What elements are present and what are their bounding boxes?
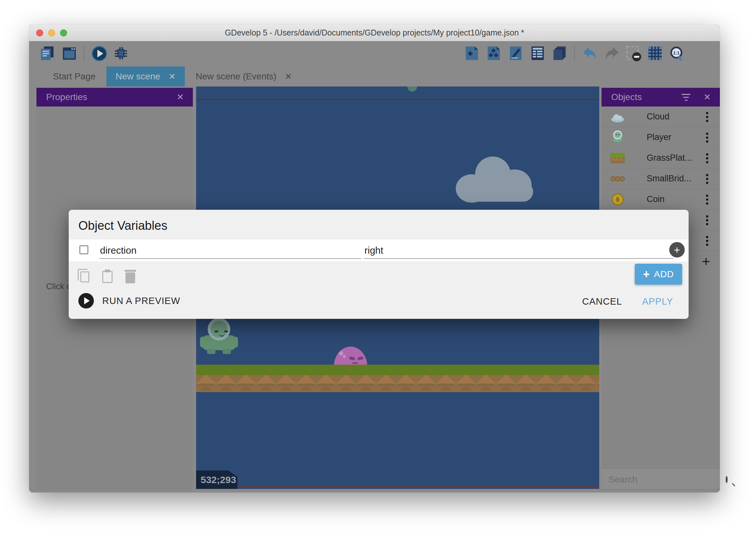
traffic-lights xyxy=(36,29,67,36)
run-preview-label: RUN A PREVIEW xyxy=(102,296,180,306)
zoom-window-button[interactable] xyxy=(60,29,67,36)
add-variable-button[interactable]: + ADD xyxy=(635,264,682,285)
tab-new-scene-events[interactable]: New scene (Events) ✕ xyxy=(185,66,303,87)
run-preview-button[interactable]: RUN A PREVIEW xyxy=(78,293,180,309)
add-child-variable-button[interactable]: + xyxy=(669,242,685,258)
object-groups-icon[interactable] xyxy=(486,46,501,61)
tab-label: Start Page xyxy=(53,71,95,82)
grass-platform-sprite[interactable] xyxy=(196,365,599,392)
object-row-coin[interactable]: Coin xyxy=(601,189,720,210)
player-smile xyxy=(219,334,224,337)
player-eye xyxy=(214,330,218,332)
plus-icon: + xyxy=(643,268,650,280)
toolbar-left-group xyxy=(40,46,128,61)
play-icon xyxy=(78,293,94,309)
grid-icon[interactable] xyxy=(648,46,662,61)
project-manager-icon[interactable] xyxy=(40,46,55,61)
search-icon xyxy=(726,476,728,483)
dialog-toolbar xyxy=(69,262,689,292)
toolbar-divider xyxy=(84,46,85,61)
kebab-menu-icon[interactable] xyxy=(706,236,708,238)
toolbar-divider xyxy=(574,46,575,61)
enemy-highlight xyxy=(339,351,343,355)
variable-checkbox[interactable] xyxy=(79,245,88,254)
object-label: GrassPlat... xyxy=(647,153,692,163)
objects-editor-icon[interactable] xyxy=(465,46,479,61)
paste-icon[interactable] xyxy=(102,271,113,283)
svg-text:1:1: 1:1 xyxy=(673,50,680,56)
objects-panel-title: Objects xyxy=(611,92,642,102)
scene-properties-icon[interactable] xyxy=(508,46,523,61)
debug-icon[interactable] xyxy=(114,46,128,61)
player-helmet xyxy=(208,318,230,341)
grass-platform-object-icon xyxy=(610,150,625,166)
cancel-button[interactable]: CANCEL xyxy=(582,296,622,307)
cursor-coordinates-badge: 532;293 xyxy=(196,471,237,489)
dialog-actions: CANCEL APPLY xyxy=(582,296,673,307)
kebab-menu-icon[interactable] xyxy=(706,195,708,197)
toolbar-right-group: 1:1 xyxy=(465,46,684,61)
properties-panel-header: Properties ✕ xyxy=(36,88,193,106)
objects-search-input[interactable] xyxy=(608,474,726,485)
object-label: Player xyxy=(647,132,671,142)
small-bridge-object-icon xyxy=(610,171,625,186)
apply-button[interactable]: APPLY xyxy=(642,296,673,307)
copy-icon[interactable] xyxy=(80,271,89,282)
player-eye xyxy=(224,330,228,332)
objects-panel-header: Objects ✕ xyxy=(601,88,720,106)
kebab-menu-icon[interactable] xyxy=(706,112,708,114)
kebab-menu-icon[interactable] xyxy=(706,174,708,176)
scene-object-partial xyxy=(407,87,417,92)
tab-new-scene[interactable]: New scene ✕ xyxy=(106,66,184,87)
object-row-smallbridge[interactable]: SmallBrid... xyxy=(601,168,720,189)
filter-icon[interactable] xyxy=(682,94,691,101)
objects-search-bar xyxy=(601,470,720,489)
dialog-title: Object Variables xyxy=(78,219,168,233)
screen: GDevelop 5 - /Users/david/Documents/GDev… xyxy=(0,0,756,537)
minimize-window-button[interactable] xyxy=(48,29,55,36)
tab-close-icon[interactable]: ✕ xyxy=(285,72,292,82)
add-object-button[interactable]: + xyxy=(702,255,710,268)
tab-label: New scene xyxy=(115,71,160,82)
kebab-menu-icon[interactable] xyxy=(706,153,708,155)
tab-close-icon[interactable]: ✕ xyxy=(169,72,176,82)
toolbar: 1:1 xyxy=(29,41,720,66)
kebab-menu-icon[interactable] xyxy=(706,215,708,218)
tab-start-page[interactable]: Start Page xyxy=(42,66,106,87)
scene-top-border xyxy=(196,99,599,100)
kebab-menu-icon[interactable] xyxy=(706,133,708,135)
delete-icon[interactable] xyxy=(126,272,135,283)
cloud-object-icon xyxy=(610,109,625,125)
open-window-icon[interactable] xyxy=(62,46,77,61)
variable-name-input[interactable] xyxy=(99,243,361,259)
zoom-1-1-icon[interactable]: 1:1 xyxy=(669,46,684,61)
coin-object-icon xyxy=(610,192,625,207)
object-label: SmallBrid... xyxy=(647,174,691,184)
instances-list-icon[interactable] xyxy=(530,46,545,61)
object-row-player[interactable]: Player xyxy=(601,127,720,148)
object-variables-dialog: Object Variables + + ADD RUN A PREVIEW C… xyxy=(69,210,689,319)
player-object-icon xyxy=(610,130,625,145)
titlebar: GDevelop 5 - /Users/david/Documents/GDev… xyxy=(29,24,720,41)
properties-hint-text: Click o xyxy=(46,281,71,291)
enemy-highlight xyxy=(343,355,346,358)
object-row-cloud[interactable]: Cloud xyxy=(601,106,720,127)
render-mask-icon[interactable] xyxy=(626,46,641,61)
scene-bottom-line xyxy=(235,486,599,487)
redo-icon[interactable] xyxy=(604,46,619,61)
window-title: GDevelop 5 - /Users/david/Documents/GDev… xyxy=(225,28,524,37)
variable-row: + xyxy=(69,239,689,262)
undo-icon[interactable] xyxy=(582,46,597,61)
close-icon[interactable]: ✕ xyxy=(174,92,186,102)
tab-label: New scene (Events) xyxy=(196,71,277,82)
player-sprite[interactable] xyxy=(200,318,238,354)
cloud-sprite[interactable] xyxy=(456,156,539,203)
close-icon[interactable]: ✕ xyxy=(701,92,713,102)
layers-icon[interactable] xyxy=(552,46,567,61)
object-label: Coin xyxy=(647,194,665,204)
close-window-button[interactable] xyxy=(36,29,43,36)
variable-value-input[interactable] xyxy=(364,243,673,259)
play-preview-icon[interactable] xyxy=(92,46,106,61)
properties-panel-title: Properties xyxy=(46,92,88,102)
object-row-grassplatform[interactable]: GrassPlat... xyxy=(601,148,720,168)
